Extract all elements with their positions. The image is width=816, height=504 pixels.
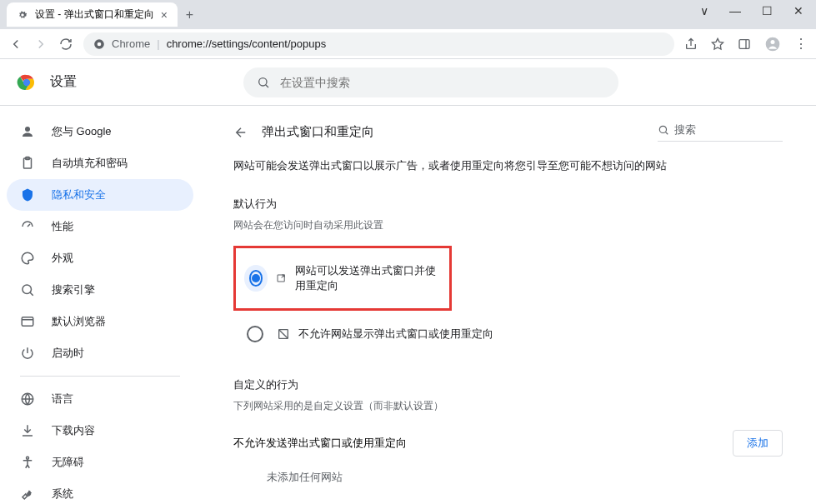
- sidebar-item-performance[interactable]: 性能: [7, 211, 193, 242]
- url-bar[interactable]: Chrome | chrome://settings/content/popup…: [83, 32, 674, 56]
- sidebar-item-appearance[interactable]: 外观: [7, 242, 193, 274]
- browser-icon: [20, 314, 35, 329]
- svg-point-22: [659, 126, 666, 132]
- page-back-button[interactable]: [233, 125, 248, 140]
- svg-point-1: [98, 42, 102, 46]
- block-list-title: 不允许发送弹出式窗口或使用重定向: [233, 436, 407, 451]
- download-icon: [20, 423, 35, 438]
- clipboard-icon: [20, 156, 35, 171]
- popup-allow-icon: [276, 272, 286, 285]
- page-search[interactable]: 搜索: [658, 122, 783, 142]
- custom-behavior-title: 自定义的行为: [233, 377, 783, 392]
- speedometer-icon: [20, 219, 35, 234]
- page-title: 弹出式窗口和重定向: [262, 124, 644, 140]
- tab-close-icon[interactable]: ×: [161, 8, 168, 22]
- settings-search[interactable]: [243, 67, 618, 97]
- svg-line-23: [665, 132, 668, 134]
- side-panel-icon[interactable]: [738, 37, 751, 51]
- sidebar-item-you-and-google[interactable]: 您与 Google: [7, 116, 193, 147]
- window-chevron-icon[interactable]: ∨: [700, 4, 708, 17]
- svg-point-8: [24, 79, 30, 85]
- sidebar: 您与 Google 自动填充和密码 隐私和安全 性能 外观 搜索引擎 默认浏览器…: [0, 106, 200, 504]
- sidebar-divider: [20, 376, 180, 377]
- settings-search-input[interactable]: [280, 76, 605, 89]
- window-minimize-icon[interactable]: —: [729, 4, 741, 17]
- svg-point-14: [23, 285, 32, 294]
- reload-button[interactable]: [58, 37, 73, 52]
- sidebar-item-languages[interactable]: 语言: [7, 383, 193, 415]
- paint-icon: [20, 251, 35, 266]
- svg-rect-2: [739, 39, 749, 48]
- sidebar-item-search-engine[interactable]: 搜索引擎: [7, 274, 193, 306]
- default-behavior-subtitle: 网站会在您访问时自动采用此设置: [233, 218, 783, 232]
- sidebar-item-accessibility[interactable]: 无障碍: [7, 447, 193, 478]
- url-scheme: Chrome: [112, 37, 150, 50]
- chrome-logo-icon: [17, 72, 37, 92]
- accessibility-icon: [20, 455, 35, 470]
- svg-line-10: [266, 84, 268, 87]
- search-icon: [257, 76, 270, 89]
- browser-tab[interactable]: 设置 - 弹出式窗口和重定向 ×: [7, 2, 178, 27]
- chrome-icon: [93, 38, 105, 50]
- page-description: 网站可能会发送弹出式窗口以展示广告，或者使用重定向将您引导至您可能不想访问的网站: [233, 158, 783, 173]
- header-title: 设置: [50, 73, 77, 91]
- new-tab-button[interactable]: +: [186, 7, 193, 22]
- sidebar-item-default-browser[interactable]: 默认浏览器: [7, 306, 193, 337]
- sidebar-item-autofill[interactable]: 自动填充和密码: [7, 147, 193, 179]
- main-content: 弹出式窗口和重定向 搜索 网站可能会发送弹出式窗口以展示广告，或者使用重定向将您…: [200, 106, 816, 504]
- svg-point-5: [771, 40, 775, 44]
- settings-header: 设置: [0, 59, 816, 106]
- svg-point-9: [259, 77, 267, 85]
- svg-rect-16: [22, 317, 33, 327]
- forward-button[interactable]: [33, 37, 48, 52]
- share-icon[interactable]: [684, 37, 698, 51]
- sidebar-item-startup[interactable]: 启动时: [7, 337, 193, 369]
- svg-point-19: [27, 457, 29, 459]
- window-maximize-icon[interactable]: ☐: [762, 4, 773, 17]
- add-block-button[interactable]: 添加: [733, 430, 783, 457]
- sidebar-item-privacy[interactable]: 隐私和安全: [7, 179, 193, 211]
- toolbar: Chrome | chrome://settings/content/popup…: [0, 29, 816, 59]
- menu-icon[interactable]: ⋮: [794, 36, 808, 52]
- default-behavior-title: 默认行为: [233, 197, 783, 212]
- star-icon[interactable]: [711, 37, 724, 51]
- tab-title: 设置 - 弹出式窗口和重定向: [35, 7, 154, 22]
- block-list-empty: 未添加任何网站: [233, 463, 783, 492]
- radio-option-block[interactable]: 不允许网站显示弹出式窗口或使用重定向: [233, 317, 783, 351]
- custom-behavior-subtitle: 下列网站采用的是自定义设置（而非默认设置）: [233, 399, 783, 413]
- radio-option-allow[interactable]: 网站可以发送弹出式窗口并使用重定向: [246, 255, 439, 302]
- radio-unselected-icon[interactable]: [247, 326, 263, 342]
- sidebar-item-system[interactable]: 系统: [7, 478, 193, 504]
- shield-icon: [20, 187, 35, 202]
- popup-block-icon: [277, 327, 290, 341]
- person-icon: [20, 124, 35, 139]
- wrench-icon: [20, 487, 35, 502]
- highlight-annotation: 网站可以发送弹出式窗口并使用重定向: [233, 246, 452, 311]
- svg-point-11: [25, 127, 30, 132]
- url-path: chrome://settings/content/popups: [167, 37, 327, 50]
- profile-icon[interactable]: [764, 36, 781, 52]
- radio-selected-icon[interactable]: [249, 270, 263, 287]
- back-button[interactable]: [8, 37, 23, 52]
- power-icon: [20, 346, 35, 361]
- search-icon: [658, 124, 669, 136]
- search-icon: [20, 282, 35, 297]
- svg-line-26: [279, 330, 288, 339]
- globe-icon: [20, 392, 35, 407]
- svg-line-15: [30, 292, 33, 296]
- window-close-icon[interactable]: ✕: [793, 4, 803, 17]
- gear-icon: [17, 9, 28, 21]
- sidebar-item-downloads[interactable]: 下载内容: [7, 415, 193, 447]
